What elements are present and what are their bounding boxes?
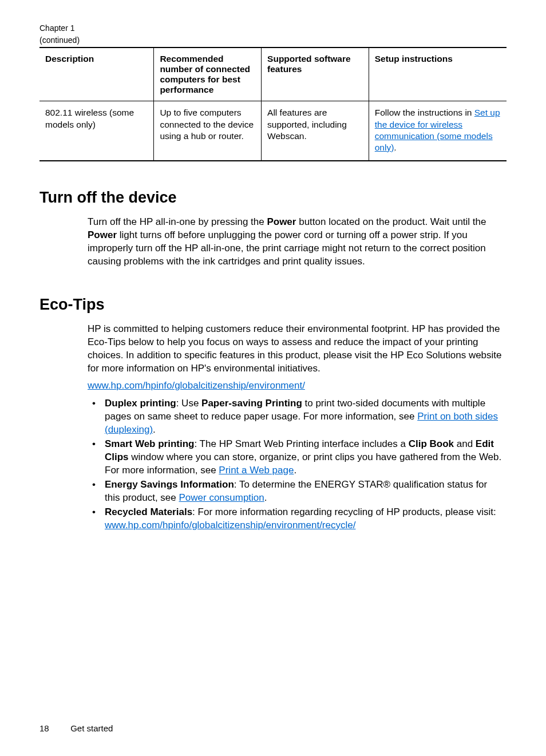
setup-text-pre: Follow the instructions in bbox=[375, 108, 474, 117]
setup-text-post: . bbox=[394, 143, 396, 152]
recycle-link[interactable]: www.hp.com/hpinfo/globalcitizenship/envi… bbox=[105, 520, 355, 531]
header-description: Description bbox=[39, 48, 154, 101]
environment-link[interactable]: www.hp.com/hpinfo/globalcitizenship/envi… bbox=[88, 380, 305, 391]
page-number: 18 bbox=[39, 723, 68, 733]
table-header-row: Description Recommended number of connec… bbox=[39, 48, 507, 101]
list-item: Energy Savings Information: To determine… bbox=[88, 478, 504, 505]
footer-section: Get started bbox=[70, 723, 113, 733]
web-page-link[interactable]: Print a Web page bbox=[219, 465, 294, 476]
cell-description: 802.11 wireless (some models only) bbox=[39, 101, 154, 160]
turn-off-paragraph: Turn off the HP all-in-one by pressing t… bbox=[88, 216, 504, 268]
network-table: Description Recommended number of connec… bbox=[39, 47, 507, 161]
header-features: Supported software features bbox=[262, 48, 369, 101]
page-footer: 18 Get started bbox=[39, 723, 113, 733]
heading-turn-off: Turn off the device bbox=[39, 189, 507, 207]
header-recommended: Recommended number of connected computer… bbox=[154, 48, 262, 101]
table-row: 802.11 wireless (some models only) Up to… bbox=[39, 101, 507, 160]
power-consumption-link[interactable]: Power consumption bbox=[179, 492, 264, 503]
cell-setup: Follow the instructions in Set up the de… bbox=[369, 101, 507, 160]
chapter-label: Chapter 1 bbox=[39, 23, 507, 33]
list-item: Recycled Materials: For more information… bbox=[88, 506, 504, 532]
header-setup: Setup instructions bbox=[369, 48, 507, 101]
cell-recommended: Up to five computers connected to the de… bbox=[154, 101, 262, 160]
heading-eco-tips: Eco-Tips bbox=[39, 296, 507, 314]
continued-label: (continued) bbox=[39, 35, 507, 45]
list-item: Duplex printing: Use Paper-saving Printi… bbox=[88, 397, 504, 437]
eco-intro: HP is committed to helping customers red… bbox=[88, 323, 504, 375]
eco-tips-list: Duplex printing: Use Paper-saving Printi… bbox=[88, 397, 504, 532]
list-item: Smart Web printing: The HP Smart Web Pri… bbox=[88, 438, 504, 477]
cell-features: All features are supported, including We… bbox=[262, 101, 369, 160]
